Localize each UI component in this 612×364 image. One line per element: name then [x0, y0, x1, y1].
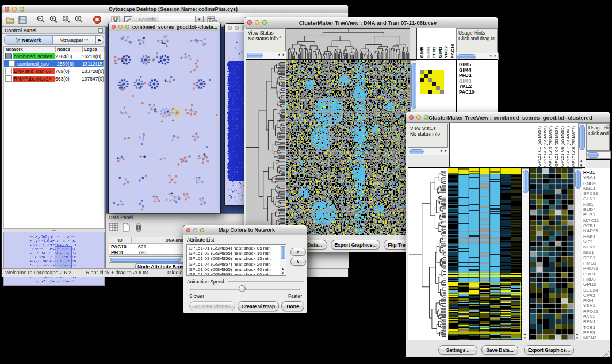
matrix-cell[interactable] [420, 90, 424, 94]
close-button[interactable] [186, 228, 190, 232]
gene-label[interactable]: PUF3 [583, 271, 610, 277]
scroll-left-icon[interactable]: ◄ [438, 149, 443, 153]
matrix-cell[interactable] [440, 86, 444, 90]
zoom-button[interactable] [125, 25, 129, 29]
list-vscrollbar[interactable]: ▲ ▼ [280, 245, 286, 275]
matrix-cell[interactable] [436, 90, 440, 94]
treeview1-titlebar[interactable]: ClusterMaker TreeView : DNA and Tran 07-… [244, 17, 498, 28]
matrix-cell[interactable] [436, 70, 440, 74]
matrix-cell[interactable] [432, 86, 436, 90]
gene-label[interactable]: MAK31 [583, 218, 610, 223]
gene-label[interactable]: NTR2 [583, 244, 610, 250]
matrix-cell[interactable] [424, 78, 428, 82]
minimize-button[interactable] [193, 228, 197, 232]
settings-button[interactable]: Settings... [438, 345, 477, 355]
col-nodes[interactable]: Nodes [56, 46, 83, 52]
gene-label[interactable]: RPN1 [583, 319, 610, 324]
matrix-cell[interactable] [420, 74, 424, 78]
gene-label[interactable]: RNR4 [583, 181, 610, 186]
matrix-cell[interactable] [436, 86, 440, 90]
status-hscrollbar[interactable]: ◄ ► [246, 52, 287, 59]
tab-network[interactable]: Network [4, 35, 53, 45]
top-vscrollbar[interactable]: ▲ ▼ [578, 123, 586, 168]
minimize-button[interactable] [12, 7, 17, 12]
scroll-up-icon[interactable]: ▲ [522, 332, 527, 336]
gene-label[interactable]: YRA1 [583, 175, 610, 180]
gene-label[interactable]: CPA2 [583, 293, 610, 298]
zoom-button[interactable] [262, 20, 267, 25]
network-overview[interactable] [3, 232, 105, 286]
gene-label[interactable]: BUD4 [583, 207, 610, 212]
close-button[interactable] [247, 20, 252, 25]
zoom-fit-icon[interactable] [74, 15, 83, 24]
id-header[interactable]: ID [109, 237, 132, 243]
gene-label[interactable]: HRD3 [583, 277, 610, 282]
zoom-out-icon[interactable] [36, 15, 45, 24]
matrix-cell[interactable] [420, 82, 424, 86]
save-data-button[interactable]: Save Data... [481, 345, 518, 355]
help-lifering-icon[interactable] [93, 15, 102, 24]
open-file-icon[interactable] [5, 16, 15, 24]
minimize-button[interactable] [416, 115, 421, 120]
gene-label[interactable]: RPO21 [583, 309, 610, 314]
tab-overflow-button[interactable]: ▶ [96, 35, 104, 45]
attribute-list-item[interactable]: GPL51-02 (GSM855) heat shock 10 min [189, 251, 286, 256]
gene-label[interactable]: VIP1 [583, 239, 610, 244]
zoom-vscrollbar[interactable]: ▲ ▼ [574, 168, 582, 341]
resize-grip-icon[interactable] [603, 351, 609, 357]
gene-label[interactable]: HMG1 [583, 260, 610, 266]
matrix-cell[interactable] [420, 70, 424, 74]
create-vizmap-button[interactable]: Create Vizmap [238, 301, 279, 311]
matrix-cell[interactable] [440, 82, 444, 86]
matrix-cell[interactable] [440, 74, 444, 78]
scroll-up-icon[interactable]: ▲ [575, 332, 580, 336]
network-list-item[interactable]: combined_sco2569(6)13112(15) [4, 60, 104, 67]
matrix-cell[interactable] [432, 90, 436, 94]
gene-label[interactable]: KAP95 [583, 228, 610, 233]
attribute-list-item[interactable]: GPL51-06 (GSM865) heat shock 40 min [189, 267, 286, 272]
zoom-button[interactable] [200, 228, 204, 232]
matrix-cell[interactable] [428, 82, 432, 86]
matrix-cell[interactable] [436, 74, 440, 78]
matrix-cell[interactable] [432, 70, 436, 74]
minimize-button[interactable] [118, 25, 123, 29]
scroll-up-icon[interactable]: ▲ [280, 267, 285, 271]
attribute-list-item[interactable]: GPL51-04 (GSM857) heat shock 20 min [189, 262, 286, 267]
usage-hscrollbar[interactable] [586, 151, 611, 159]
matrix-cell[interactable] [440, 70, 444, 74]
matrix-cell[interactable] [424, 86, 428, 90]
attribute-list-item[interactable]: GPL51-03 (GSM856) heat shock 15 min [189, 256, 286, 261]
close-button[interactable] [228, 26, 232, 30]
zoom-button[interactable] [424, 115, 429, 120]
gene-label[interactable]: PHO81 [583, 266, 610, 271]
gene-label[interactable]: MSL1 [583, 186, 610, 191]
animate-vizmap-button[interactable]: Animate Vizmap [189, 301, 235, 311]
matrix-cell[interactable] [420, 86, 424, 90]
col-edges[interactable]: Edges [83, 46, 105, 52]
gene-label[interactable]: CLN1 [583, 196, 610, 201]
matrix-cell[interactable] [428, 70, 432, 74]
network-canvas[interactable] [109, 31, 220, 213]
gene-label[interactable]: HAP3 [583, 234, 610, 239]
matrix-cell[interactable] [428, 90, 432, 94]
treeview2-titlebar[interactable]: ClusterMaker TreeView : combined_scores_… [406, 112, 610, 123]
matrix-cell[interactable] [432, 78, 436, 82]
heatmap-canvas[interactable] [448, 168, 522, 340]
close-button[interactable] [112, 25, 116, 29]
table-icon[interactable] [109, 223, 118, 232]
new-attribute-icon[interactable] [122, 223, 131, 232]
gene-label[interactable]: SEC1 [583, 255, 610, 260]
gene-label[interactable]: NIS1 [583, 202, 610, 207]
scroll-down-icon[interactable]: ▼ [280, 271, 285, 275]
gene-label[interactable]: YSH1 [583, 303, 610, 308]
zoom-selected-icon[interactable] [62, 15, 71, 24]
attribute-list-item[interactable]: GPL51-01 (GSM854) heat shock 05 min [189, 246, 286, 251]
matrix-cell[interactable] [424, 82, 428, 86]
gene-label[interactable]: PEP5 [583, 330, 610, 335]
export-graphics-button[interactable]: Export Graphics... [331, 240, 380, 250]
attribute-list[interactable]: GPL51-01 (GSM854) heat shock 05 minGPL51… [186, 244, 286, 276]
data-panel-hscrollbar[interactable] [109, 256, 187, 263]
done-button[interactable]: Done [281, 301, 304, 311]
attribute-list-item[interactable]: GPL51-07 (GSM868) heat shock 60 min [189, 272, 286, 276]
col-network[interactable]: Network [3, 46, 56, 52]
